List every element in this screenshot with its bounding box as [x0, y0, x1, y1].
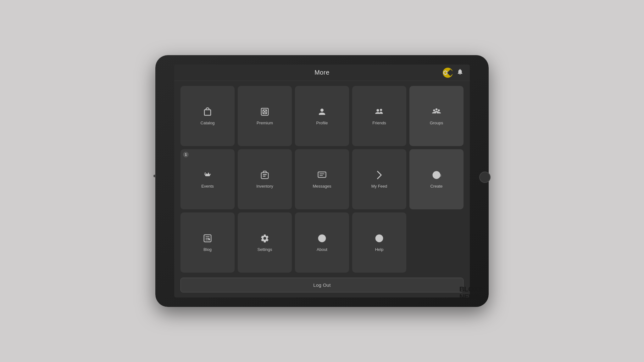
create-icon: </>: [432, 170, 441, 181]
help-label: Help: [375, 247, 384, 252]
empty-cell: [409, 212, 464, 273]
svg-point-9: [433, 109, 435, 111]
events-button[interactable]: 1 Events: [180, 149, 235, 209]
catalog-button[interactable]: Catalog: [180, 86, 235, 146]
svg-point-30: [379, 240, 380, 240]
svg-point-10: [438, 109, 440, 111]
profile-icon: [317, 107, 327, 118]
grid-row-2: 1 Events: [180, 149, 464, 209]
svg-point-8: [380, 109, 382, 111]
tablet-frame: More: [155, 55, 489, 307]
logout-button[interactable]: Log Out: [180, 278, 464, 292]
blog-label: Blog: [203, 247, 212, 252]
events-badge: 1: [183, 152, 189, 157]
events-label: Events: [201, 184, 214, 189]
about-icon: [317, 234, 327, 245]
groups-label: Groups: [430, 121, 443, 125]
side-button-left: [153, 175, 156, 177]
svg-rect-25: [208, 239, 210, 240]
create-label: Create: [430, 184, 442, 189]
svg-point-28: [322, 236, 323, 237]
catalog-label: Catalog: [201, 121, 215, 125]
groups-icon: [431, 107, 441, 118]
settings-icon: [260, 234, 269, 245]
settings-label: Settings: [258, 247, 272, 252]
svg-point-12: [205, 172, 206, 173]
header: More: [174, 65, 470, 81]
svg-point-7: [376, 109, 379, 111]
events-icon: [203, 170, 212, 181]
svg-point-11: [436, 108, 437, 110]
myfeed-button[interactable]: My Feed: [352, 149, 406, 209]
friends-icon: [374, 107, 384, 118]
grid-row-3: Blog Settings: [180, 212, 464, 273]
settings-button[interactable]: Settings: [238, 212, 292, 273]
friends-button[interactable]: Friends: [352, 86, 406, 146]
messages-button[interactable]: Messages: [295, 149, 349, 209]
svg-point-6: [320, 109, 324, 112]
groups-button[interactable]: Groups: [409, 86, 464, 146]
premium-button[interactable]: Premium: [238, 86, 292, 146]
svg-rect-16: [318, 172, 326, 178]
svg-rect-15: [263, 176, 266, 177]
svg-rect-13: [261, 173, 269, 178]
svg-rect-14: [263, 174, 267, 175]
side-button-right: [479, 172, 491, 183]
messages-icon: [317, 170, 327, 181]
about-button[interactable]: About: [295, 212, 349, 273]
robux-icon[interactable]: [443, 68, 453, 78]
tablet-screen: More: [174, 65, 470, 297]
page-title: More: [314, 69, 330, 76]
logout-section: Log Out: [174, 278, 470, 297]
myfeed-label: My Feed: [371, 184, 387, 189]
help-button[interactable]: Help: [352, 212, 406, 273]
catalog-icon: [203, 107, 212, 118]
blog-button[interactable]: Blog: [180, 212, 235, 273]
messages-label: Messages: [313, 184, 331, 189]
header-icons: [443, 68, 464, 78]
help-icon: [375, 234, 384, 245]
inventory-label: Inventory: [256, 184, 273, 189]
blog-icon: [203, 234, 212, 245]
main-content: Catalog Premium: [174, 81, 470, 278]
inventory-icon: [260, 170, 269, 181]
profile-button[interactable]: Profile: [295, 86, 349, 146]
premium-icon: [260, 107, 269, 118]
profile-label: Profile: [316, 121, 328, 125]
inventory-button[interactable]: Inventory: [238, 149, 292, 209]
grid-row-1: Catalog Premium: [180, 86, 464, 146]
premium-label: Premium: [257, 121, 273, 125]
svg-text:</>: </>: [435, 173, 441, 178]
watermark: BLOXY NEWS.: [459, 286, 482, 301]
myfeed-icon: [375, 170, 384, 181]
friends-label: Friends: [372, 121, 386, 125]
notification-bell-icon[interactable]: [457, 68, 464, 77]
about-label: About: [317, 247, 327, 252]
create-button[interactable]: </> Create: [409, 149, 464, 209]
